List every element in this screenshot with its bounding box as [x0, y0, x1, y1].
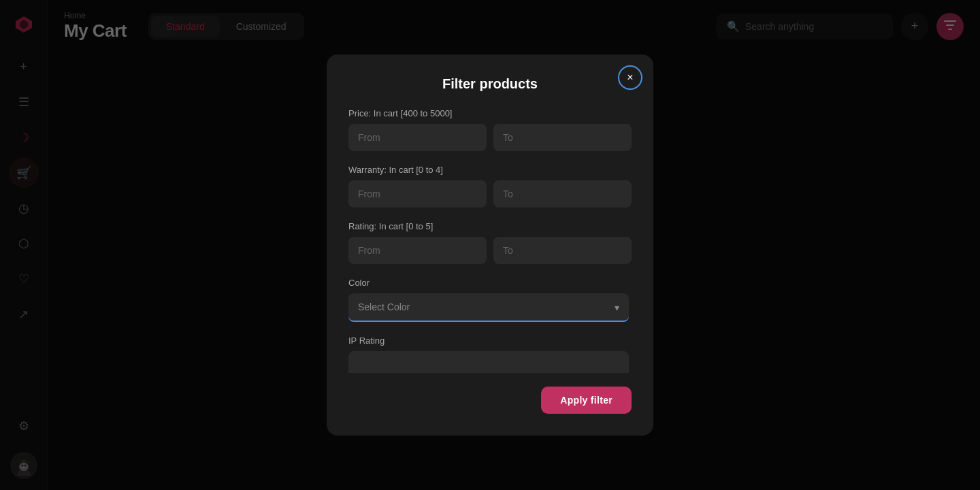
price-filter-label: Price: In cart [400 to 5000]: [348, 108, 629, 118]
apply-filter-button[interactable]: Apply filter: [541, 387, 632, 414]
modal-overlay: × Filter products Price: In cart [400 to…: [0, 0, 980, 490]
ip-rating-input[interactable]: [348, 351, 629, 373]
rating-filter-label: Rating: In cart [0 to 5]: [348, 221, 629, 231]
color-select-wrapper: Select Color Red Blue Green Black White …: [348, 293, 629, 322]
warranty-filter-group: Warranty: In cart [0 to 4]: [348, 165, 629, 208]
color-filter-label: Color: [348, 278, 629, 288]
price-filter-row: [348, 124, 629, 151]
warranty-from-input[interactable]: [348, 180, 487, 208]
price-filter-group: Price: In cart [400 to 5000]: [348, 108, 629, 151]
rating-filter-row: [348, 237, 629, 264]
ip-rating-filter-group: IP Rating: [348, 336, 629, 373]
ip-rating-filter-label: IP Rating: [348, 336, 629, 346]
warranty-filter-row: [348, 180, 629, 208]
color-filter-group: Color Select Color Red Blue Green Black …: [348, 278, 629, 322]
price-from-input[interactable]: [348, 124, 487, 151]
rating-to-input[interactable]: [493, 237, 632, 264]
rating-filter-group: Rating: In cart [0 to 5]: [348, 221, 629, 264]
modal-footer: Apply filter: [348, 387, 632, 414]
modal-body: Price: In cart [400 to 5000] Warranty: I…: [348, 108, 632, 373]
modal-close-button[interactable]: ×: [618, 65, 642, 90]
warranty-filter-label: Warranty: In cart [0 to 4]: [348, 165, 629, 175]
warranty-to-input[interactable]: [493, 180, 632, 208]
modal-title: Filter products: [348, 76, 632, 92]
price-to-input[interactable]: [493, 124, 632, 151]
color-select[interactable]: Select Color Red Blue Green Black White …: [348, 293, 629, 322]
filter-modal: × Filter products Price: In cart [400 to…: [327, 54, 653, 436]
rating-from-input[interactable]: [348, 237, 487, 264]
